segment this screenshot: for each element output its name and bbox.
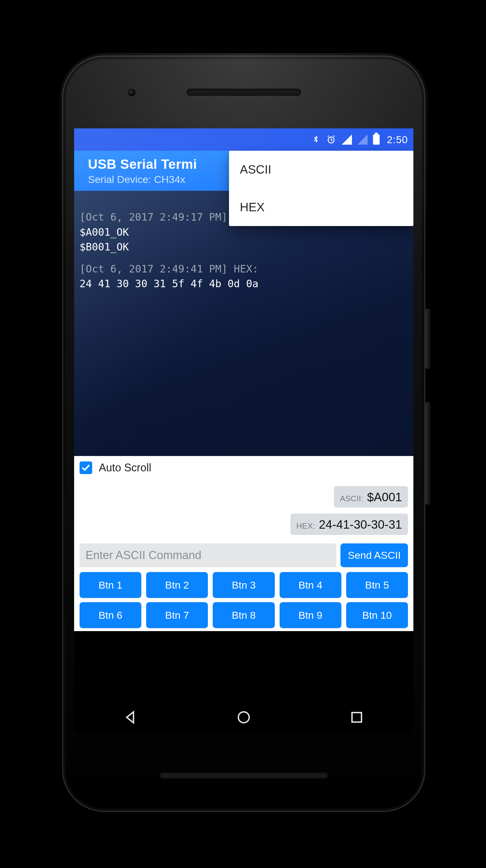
last-ascii-value: $A001 (367, 490, 402, 504)
command-row: Send ASCII (79, 544, 408, 567)
quick-btn-6[interactable]: Btn 6 (79, 602, 141, 628)
autoscroll-label: Auto Scroll (99, 461, 151, 474)
signal-full-icon (342, 134, 352, 145)
control-panel: Auto Scroll ASCII: $A001 HEX: 24-41-30-3… (74, 456, 413, 631)
signal-empty-icon (357, 134, 367, 145)
last-ascii-bubble: ASCII: $A001 (334, 486, 408, 507)
check-icon (82, 463, 90, 472)
last-ascii-tag: ASCII: (340, 494, 363, 503)
log-line-2: 24 41 30 30 31 5f 4f 4b 0d 0a (79, 278, 259, 290)
mode-dropdown-menu: ASCII HEX (229, 151, 413, 226)
quick-btn-7[interactable]: Btn 7 (146, 602, 208, 628)
quick-btn-2[interactable]: Btn 2 (146, 572, 208, 598)
quick-buttons: Btn 1 Btn 2 Btn 3 Btn 4 Btn 5 Btn 6 Btn … (79, 572, 408, 628)
stage: 2:50 USB Serial Termi Serial Device: CH3… (0, 0, 486, 868)
svg-rect-2 (352, 712, 362, 722)
earpiece (187, 89, 301, 96)
autoscroll-row: Auto Scroll (79, 461, 408, 474)
phone-frame: 2:50 USB Serial Termi Serial Device: CH3… (62, 56, 425, 812)
log-timestamp-2: [Oct 6, 2017 2:49:41 PM] HEX: (79, 263, 259, 275)
quick-btn-5[interactable]: Btn 5 (346, 572, 408, 598)
last-hex-value: 24-41-30-30-31 (319, 518, 402, 531)
log-timestamp-1: [Oct 6, 2017 2:49:17 PM] (79, 211, 234, 223)
last-hex-bubble: HEX: 24-41-30-30-31 (290, 514, 408, 535)
android-nav-bar (74, 702, 413, 734)
nav-recents-button[interactable] (349, 709, 365, 727)
quick-btn-3[interactable]: Btn 3 (213, 572, 274, 598)
quick-btn-10[interactable]: Btn 10 (346, 602, 408, 628)
bluetooth-icon (311, 135, 321, 144)
alarm-icon (326, 134, 336, 145)
clock-text: 2:50 (387, 134, 408, 146)
screen: 2:50 USB Serial Termi Serial Device: CH3… (74, 128, 413, 734)
front-camera (128, 89, 135, 96)
quick-btn-8[interactable]: Btn 8 (213, 602, 274, 628)
bottom-speaker (159, 772, 328, 779)
nav-home-button[interactable] (236, 709, 252, 727)
android-status-bar: 2:50 (74, 128, 413, 151)
nav-back-button[interactable] (123, 709, 139, 727)
quick-btn-9[interactable]: Btn 9 (280, 602, 342, 628)
last-hex-tag: HEX: (296, 521, 316, 531)
quick-btn-1[interactable]: Btn 1 (79, 572, 141, 598)
autoscroll-checkbox[interactable] (79, 461, 92, 474)
battery-icon (373, 134, 380, 145)
command-input[interactable] (79, 544, 336, 567)
power-button[interactable] (425, 309, 430, 369)
send-button[interactable]: Send ASCII (341, 544, 408, 567)
terminal-log[interactable]: [Oct 6, 2017 2:49:17 PM] $A001_OK $B001_… (74, 191, 413, 456)
last-sent-bubbles: ASCII: $A001 HEX: 24-41-30-30-31 (79, 486, 408, 535)
log-line-1a: $A001_OK (79, 226, 129, 238)
menu-item-ascii[interactable]: ASCII (229, 151, 413, 188)
volume-button[interactable] (425, 402, 430, 504)
quick-btn-4[interactable]: Btn 4 (280, 572, 342, 598)
menu-item-hex[interactable]: HEX (229, 188, 413, 226)
log-line-1b: $B001_OK (79, 241, 129, 253)
svg-point-1 (238, 712, 249, 723)
